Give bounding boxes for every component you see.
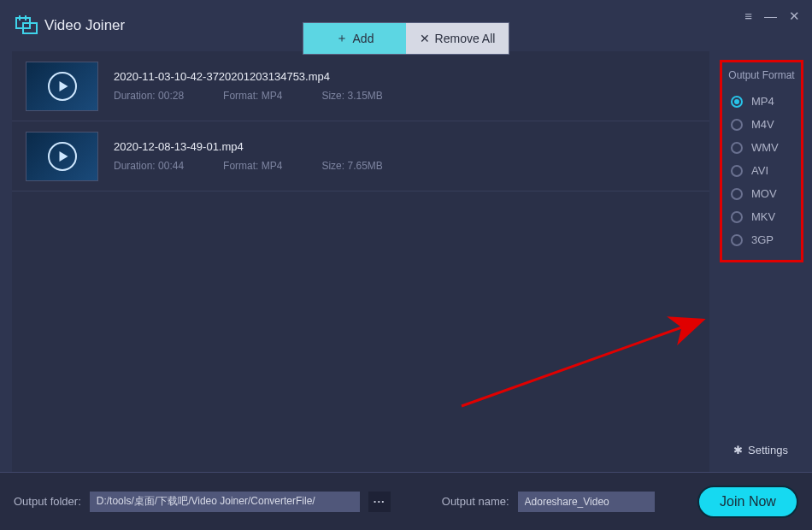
app-logo: Video Joiner <box>15 15 125 37</box>
format-option-3gp[interactable]: 3GP <box>727 228 796 251</box>
settings-link[interactable]: ✱ Settings <box>709 444 812 456</box>
radio-icon <box>731 119 743 131</box>
file-duration: Duration: 00:44 <box>114 160 184 172</box>
play-icon <box>59 81 68 91</box>
output-name-label: Output name: <box>442 495 509 508</box>
radio-icon <box>731 234 743 246</box>
file-size: Size: 7.65MB <box>321 160 382 172</box>
format-option-mov[interactable]: MOV <box>727 182 796 205</box>
format-option-m4v[interactable]: M4V <box>727 113 796 136</box>
close-icon: ✕ <box>420 32 430 45</box>
file-format: Format: MP4 <box>223 160 282 172</box>
file-item[interactable]: 2020-12-08-13-49-01.mp4 Duration: 00:44 … <box>12 121 709 191</box>
radio-icon <box>731 188 743 200</box>
join-now-label: Join Now <box>720 494 776 509</box>
file-duration: Duration: 00:28 <box>114 90 184 102</box>
file-item[interactable]: 2020-11-03-10-42-3720201203134753.mp4 Du… <box>12 51 709 121</box>
file-list: 2020-11-03-10-42-3720201203134753.mp4 Du… <box>12 51 709 472</box>
output-name-input[interactable] <box>518 492 655 512</box>
radio-icon <box>731 165 743 177</box>
format-option-mp4[interactable]: MP4 <box>727 90 796 113</box>
output-format-title: Output Format <box>727 69 796 81</box>
minimize-icon[interactable]: — <box>764 9 777 24</box>
remove-all-button[interactable]: ✕ Remove All <box>406 23 509 54</box>
file-format: Format: MP4 <box>223 90 282 102</box>
menu-icon[interactable]: ≡ <box>744 9 752 24</box>
file-size: Size: 3.15MB <box>321 90 382 102</box>
radio-icon <box>731 211 743 223</box>
settings-label: Settings <box>748 444 788 456</box>
app-title: Video Joiner <box>44 17 125 34</box>
browse-folder-button[interactable]: ··· <box>368 492 391 512</box>
output-folder-label: Output folder: <box>14 495 81 508</box>
radio-icon <box>731 96 743 108</box>
file-meta: 2020-11-03-10-42-3720201203134753.mp4 Du… <box>114 70 383 102</box>
sidebar: Output Format MP4 M4V WMV AVI MOV MKV 3G… <box>709 51 812 472</box>
radio-icon <box>731 142 743 154</box>
format-option-wmv[interactable]: WMV <box>727 136 796 159</box>
format-option-mkv[interactable]: MKV <box>727 205 796 228</box>
video-thumbnail[interactable] <box>26 62 98 111</box>
header: Video Joiner ＋ Add ✕ Remove All ≡ — ✕ <box>0 0 812 51</box>
add-button[interactable]: ＋ Add <box>303 23 406 54</box>
format-option-avi[interactable]: AVI <box>727 159 796 182</box>
file-name: 2020-11-03-10-42-3720201203134753.mp4 <box>114 70 383 83</box>
plus-icon: ＋ <box>336 31 348 46</box>
play-icon <box>59 151 68 162</box>
toolbar: ＋ Add ✕ Remove All <box>303 22 509 55</box>
video-thumbnail[interactable] <box>26 132 98 181</box>
close-window-icon[interactable]: ✕ <box>789 9 800 24</box>
output-folder-input[interactable] <box>90 492 360 512</box>
app-logo-icon <box>15 15 38 37</box>
output-format-panel: Output Format MP4 M4V WMV AVI MOV MKV 3G… <box>720 60 803 262</box>
add-button-label: Add <box>353 32 374 45</box>
remove-button-label: Remove All <box>435 32 496 45</box>
window-controls: ≡ — ✕ <box>744 9 800 24</box>
footer: Output folder: ··· Output name: Join Now <box>0 472 812 530</box>
file-meta: 2020-12-08-13-49-01.mp4 Duration: 00:44 … <box>114 140 383 172</box>
gear-icon: ✱ <box>733 444 743 456</box>
file-name: 2020-12-08-13-49-01.mp4 <box>114 140 383 153</box>
join-now-button[interactable]: Join Now <box>697 486 798 518</box>
main-area: 2020-11-03-10-42-3720201203134753.mp4 Du… <box>0 51 812 472</box>
